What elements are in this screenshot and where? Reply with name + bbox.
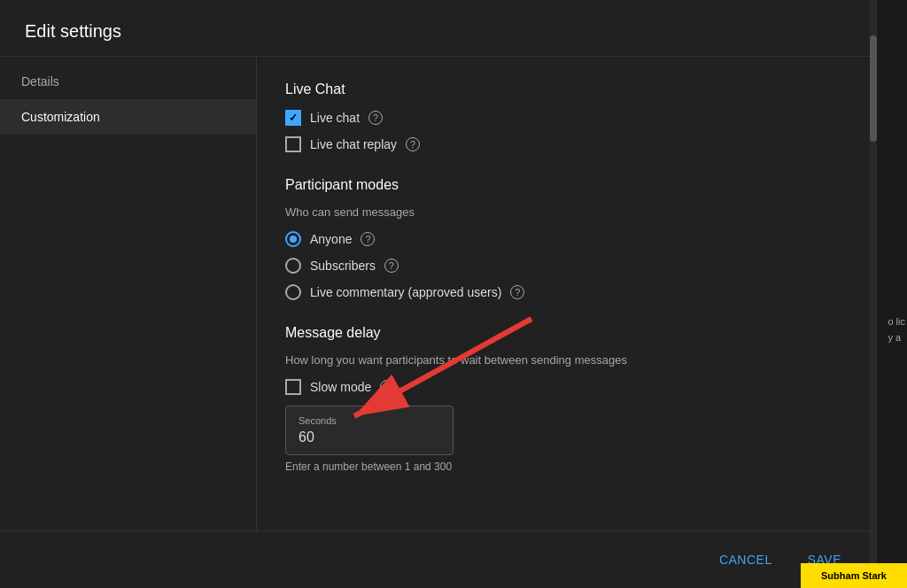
- live-chat-row: Live chat ?: [285, 110, 849, 126]
- dialog-title: Edit settings: [25, 21, 852, 42]
- live-chat-section: Live Chat Live chat ? Live chat replay ?: [285, 81, 849, 152]
- seconds-label: Seconds: [298, 415, 440, 426]
- dialog-body: Details Customization Live Chat Live cha…: [0, 57, 877, 530]
- cancel-button[interactable]: CANCEL: [709, 545, 783, 574]
- seconds-value[interactable]: 60: [298, 429, 440, 445]
- slow-mode-row: Slow mode ?: [285, 379, 849, 395]
- right-text-1: o lic: [888, 314, 905, 330]
- subscribers-label: Subscribers: [310, 259, 376, 273]
- user-badge: Subham Stark: [801, 563, 907, 588]
- sidebar: Details Customization: [0, 57, 257, 530]
- anyone-radio[interactable]: [285, 231, 301, 247]
- scrollbar-thumb[interactable]: [870, 57, 877, 142]
- scrollbar-track[interactable]: [870, 57, 877, 530]
- slow-mode-label: Slow mode: [310, 380, 371, 394]
- live-commentary-label: Live commentary (approved users): [310, 285, 501, 299]
- live-chat-section-title: Live Chat: [285, 81, 849, 97]
- anyone-help-icon[interactable]: ?: [360, 232, 375, 246]
- seconds-input-container: Seconds 60: [285, 406, 454, 455]
- sidebar-item-details[interactable]: Details: [0, 64, 256, 99]
- message-delay-section: Message delay How long you want particip…: [285, 325, 849, 473]
- live-chat-replay-checkbox[interactable]: [285, 136, 301, 152]
- participant-modes-title: Participant modes: [285, 177, 849, 193]
- anyone-row: Anyone ?: [285, 231, 849, 247]
- live-chat-checkbox[interactable]: [285, 110, 301, 126]
- main-content: Live Chat Live chat ? Live chat replay ?: [257, 57, 877, 530]
- live-chat-replay-help-icon[interactable]: ?: [406, 137, 420, 151]
- edit-settings-dialog: Edit settings Details Customization Live…: [0, 0, 877, 588]
- message-delay-title: Message delay: [285, 325, 849, 341]
- slow-mode-checkbox[interactable]: [285, 379, 301, 395]
- live-chat-replay-row: Live chat replay ?: [285, 136, 849, 152]
- dialog-header: Edit settings: [0, 0, 877, 57]
- right-text-2: y a: [888, 330, 905, 346]
- live-chat-help-icon[interactable]: ?: [368, 111, 383, 125]
- subscribers-radio[interactable]: [285, 258, 301, 274]
- message-delay-subtitle: How long you want participants to wait b…: [285, 353, 849, 367]
- live-commentary-help-icon[interactable]: ?: [510, 285, 524, 299]
- live-commentary-row: Live commentary (approved users) ?: [285, 284, 849, 300]
- subscribers-row: Subscribers ?: [285, 258, 849, 274]
- live-commentary-radio[interactable]: [285, 284, 301, 300]
- dialog-footer: CANCEL SAVE: [0, 530, 877, 588]
- slow-mode-help-icon[interactable]: ?: [380, 380, 394, 394]
- live-chat-label: Live chat: [310, 111, 360, 125]
- live-chat-replay-label: Live chat replay: [310, 137, 397, 151]
- seconds-hint: Enter a number between 1 and 300: [285, 460, 849, 473]
- anyone-label: Anyone: [310, 232, 352, 246]
- subscribers-help-icon[interactable]: ?: [384, 259, 399, 273]
- participant-modes-section: Participant modes Who can send messages …: [285, 177, 849, 300]
- sidebar-item-customization[interactable]: Customization: [0, 99, 256, 135]
- participant-modes-subtitle: Who can send messages: [285, 205, 849, 219]
